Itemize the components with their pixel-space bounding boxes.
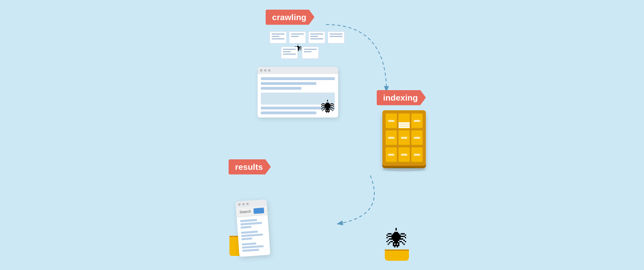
drawer-2-open — [398, 113, 410, 129]
doc-card-4 — [328, 31, 345, 43]
document-cards — [270, 31, 345, 43]
doc-card-3 — [308, 31, 325, 43]
drawer-4 — [386, 130, 397, 146]
browser-titlebar — [258, 67, 338, 74]
drawer-9 — [411, 147, 423, 163]
drawer-8 — [398, 147, 410, 163]
results-body — [237, 215, 270, 257]
doc-cards-row2 — [281, 47, 319, 59]
results-browser-wrap: Search — [237, 200, 268, 256]
drawer-5 — [398, 130, 410, 146]
filing-cabinet — [382, 110, 426, 171]
spider-browser: 🕷 — [321, 99, 335, 115]
doc-card-5 — [281, 47, 298, 59]
indexing-label: indexing — [377, 90, 426, 105]
results-browser: Search — [235, 199, 270, 257]
drawer-3 — [411, 113, 423, 129]
doc-card-2 — [289, 31, 306, 43]
spider-bottom-container: 🕷 — [385, 229, 409, 261]
crawling-browser: 🕷 — [258, 63, 338, 117]
results-label: results — [229, 159, 271, 175]
doc-card-1 — [270, 31, 287, 43]
search-button[interactable] — [253, 208, 264, 214]
drawer-7 — [386, 147, 397, 163]
drawer-6 — [411, 130, 423, 146]
spider-cup — [385, 249, 409, 261]
drawer-1 — [386, 113, 397, 129]
spider-bottom: 🕷 — [385, 229, 409, 249]
diagram: crawling 🕷 — [217, 2, 427, 268]
crawling-label: crawling — [266, 10, 314, 25]
doc-card-6 — [302, 47, 319, 59]
search-text: Search — [239, 209, 251, 214]
